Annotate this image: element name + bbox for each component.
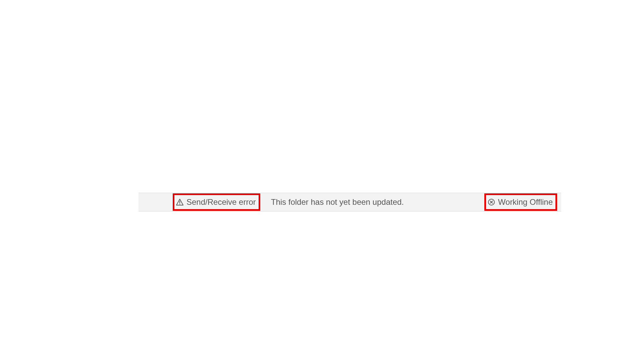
error-circle-x-icon	[487, 198, 495, 206]
working-offline-label: Working Offline	[498, 197, 553, 207]
folder-status-section: This folder has not yet been updated.	[264, 193, 480, 211]
send-receive-error-section[interactable]: Send/Receive error	[169, 193, 264, 211]
highlight-send-receive: Send/Receive error	[173, 193, 260, 211]
send-receive-error-label: Send/Receive error	[186, 197, 256, 207]
status-bar: Send/Receive error This folder has not y…	[139, 193, 561, 212]
folder-status-label: This folder has not yet been updated.	[271, 197, 404, 207]
working-offline-section[interactable]: Working Offline	[480, 193, 561, 211]
warning-triangle-icon	[176, 198, 184, 206]
highlight-working-offline: Working Offline	[484, 193, 557, 211]
svg-point-1	[179, 204, 180, 204]
